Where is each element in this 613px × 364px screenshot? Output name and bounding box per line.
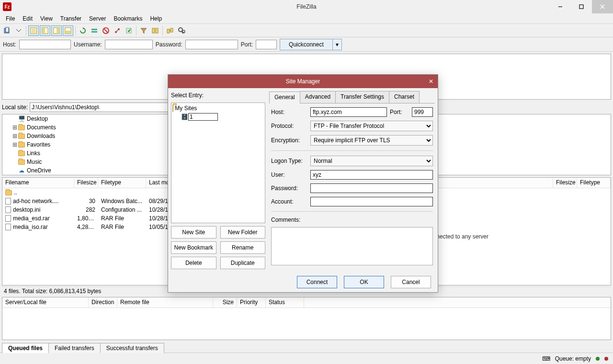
minimize-button[interactable]	[550, 0, 571, 13]
search-icon[interactable]	[176, 25, 187, 36]
tab-general[interactable]: General	[269, 91, 300, 103]
menu-edit[interactable]: Edit	[19, 14, 36, 23]
sm-host-input[interactable]	[310, 107, 387, 117]
quickconnect-dropdown-icon[interactable]: ▾	[333, 41, 341, 48]
tree-item[interactable]: Favorites	[27, 141, 50, 148]
col-filesize[interactable]: Filesize	[74, 178, 98, 188]
svg-rect-5	[42, 28, 45, 34]
queue-tabs: Queued files Failed transfers Successful…	[2, 341, 611, 353]
site-manager-dialog: Site Manager ✕ Select Entry: My Sites 🗄️…	[168, 74, 438, 293]
cancel-button[interactable]: Cancel	[391, 276, 431, 288]
qcol-remote[interactable]: Remote file	[117, 297, 213, 307]
activity-led-1	[596, 357, 600, 361]
menu-bookmarks[interactable]: Bookmarks	[110, 14, 146, 23]
tab-transfer-settings[interactable]: Transfer Settings	[335, 91, 389, 103]
sm-logon-select[interactable]: Normal	[310, 156, 433, 166]
activity-led-2	[604, 357, 608, 361]
sm-account-input	[310, 197, 433, 206]
menu-help[interactable]: Help	[146, 14, 166, 23]
refresh-icon[interactable]	[78, 25, 88, 36]
host-input[interactable]	[19, 40, 71, 49]
tree-item[interactable]: Documents	[27, 124, 56, 131]
site-manager-icon[interactable]	[2, 25, 12, 36]
close-button[interactable]	[592, 0, 613, 13]
local-tree-toggle-icon[interactable]	[40, 25, 50, 36]
col-filename[interactable]: Filename	[2, 178, 74, 188]
tab-advanced[interactable]: Advanced	[300, 91, 336, 103]
transfer-queue[interactable]: Server/Local file Direction Remote file …	[2, 297, 611, 340]
password-label: Password:	[156, 41, 182, 48]
sm-port-input[interactable]	[412, 107, 433, 117]
sm-user-input[interactable]	[310, 170, 433, 180]
rcol-filesize[interactable]: Filesize	[553, 178, 577, 188]
new-bookmark-button[interactable]: New Bookmark	[171, 241, 216, 254]
svg-rect-9	[65, 31, 71, 34]
qcol-status[interactable]: Status	[266, 297, 304, 307]
rcol-filetype[interactable]: Filetype	[577, 178, 611, 188]
dropdown-icon[interactable]	[13, 25, 24, 36]
tree-item[interactable]: Music	[27, 159, 42, 165]
tab-queued[interactable]: Queued files	[2, 343, 49, 353]
new-site-button[interactable]: New Site	[171, 226, 216, 239]
compare-icon[interactable]	[150, 25, 160, 36]
sm-comments-input[interactable]	[271, 227, 433, 265]
site-name-input[interactable]	[188, 113, 218, 121]
password-input[interactable]	[185, 40, 238, 49]
sm-logon-label: Logon Type:	[271, 158, 307, 164]
titlebar: Fz FileZilla	[0, 0, 613, 13]
svg-rect-15	[126, 28, 131, 33]
svg-rect-18	[167, 29, 170, 33]
menu-transfer[interactable]: Transfer	[57, 14, 85, 23]
queue-status: Queue: empty	[555, 355, 591, 362]
svg-rect-11	[91, 31, 97, 33]
svg-rect-17	[156, 28, 158, 33]
server-icon: 🗄️	[181, 114, 188, 120]
log-toggle-icon[interactable]	[28, 25, 39, 36]
tree-item[interactable]: Desktop	[27, 115, 48, 122]
filter-icon[interactable]	[138, 25, 149, 36]
quickconnect-button[interactable]: Quickconnect ▾	[280, 39, 342, 50]
delete-button[interactable]: Delete	[171, 257, 216, 269]
tab-charset[interactable]: Charset	[389, 91, 420, 103]
tree-item[interactable]: OneDrive	[27, 167, 51, 174]
new-folder-button[interactable]: New Folder	[220, 226, 266, 239]
tab-failed[interactable]: Failed transfers	[48, 343, 101, 353]
sm-password-input[interactable]	[310, 183, 433, 193]
ok-button[interactable]: OK	[344, 276, 384, 288]
app-icon: Fz	[3, 2, 11, 11]
site-root[interactable]: My Sites	[175, 105, 197, 112]
svg-rect-7	[57, 28, 59, 34]
sync-browse-icon[interactable]	[165, 25, 175, 36]
qcol-server[interactable]: Server/Local file	[2, 297, 89, 307]
dialog-close-icon[interactable]: ✕	[426, 77, 436, 86]
menu-file[interactable]: File	[2, 14, 19, 23]
username-input[interactable]	[105, 40, 153, 49]
rename-button[interactable]: Rename	[220, 241, 266, 254]
tab-successful[interactable]: Successful transfers	[100, 343, 164, 353]
tree-item[interactable]: Links	[27, 150, 40, 157]
sm-encryption-select[interactable]: Require implicit FTP over TLS	[310, 135, 433, 146]
remote-tree-toggle-icon[interactable]	[51, 25, 62, 36]
port-input[interactable]	[256, 40, 277, 49]
connect-button[interactable]: Connect	[297, 276, 337, 288]
qcol-priority[interactable]: Priority	[237, 297, 266, 307]
cancel-icon[interactable]	[101, 25, 111, 36]
queue-toggle-icon[interactable]	[63, 25, 73, 36]
qcol-size[interactable]: Size	[213, 297, 237, 307]
window-title: FileZilla	[0, 3, 613, 10]
col-filetype[interactable]: Filetype	[98, 178, 146, 188]
site-tree[interactable]: My Sites 🗄️	[171, 102, 265, 223]
sm-protocol-select[interactable]: FTP - File Transfer Protocol	[310, 121, 433, 131]
menu-view[interactable]: View	[36, 14, 57, 23]
disconnect-icon[interactable]	[112, 25, 123, 36]
menu-server[interactable]: Server	[85, 14, 110, 23]
status-bar: ⌨ Queue: empty	[0, 353, 613, 364]
svg-rect-10	[91, 29, 97, 30]
qcol-direction[interactable]: Direction	[89, 297, 117, 307]
reconnect-icon[interactable]	[124, 25, 134, 36]
duplicate-button[interactable]: Duplicate	[220, 257, 266, 269]
menubar: File Edit View Transfer Server Bookmarks…	[0, 13, 613, 24]
maximize-button[interactable]	[571, 0, 592, 13]
process-queue-icon[interactable]	[89, 25, 100, 36]
tree-item[interactable]: Downloads	[27, 133, 55, 139]
